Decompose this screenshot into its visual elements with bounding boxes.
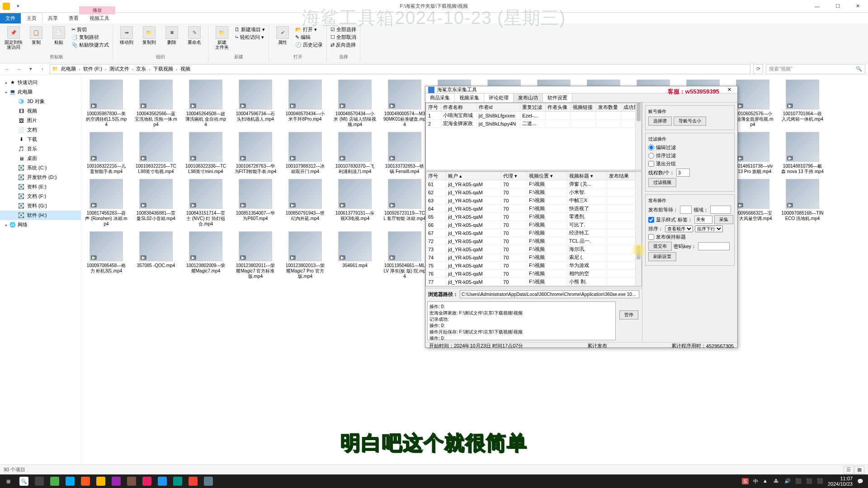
- taskbar-app[interactable]: [108, 474, 124, 488]
- tag-input[interactable]: [694, 216, 712, 224]
- tab-file[interactable]: 文件: [0, 13, 21, 23]
- file-thumbnail[interactable]: 100097086458---格力 柜机3匹.mp4: [85, 231, 127, 279]
- close-button[interactable]: ✕: [848, 0, 868, 13]
- filter-radio-edit[interactable]: [648, 145, 654, 150]
- notification-button[interactable]: 💬: [857, 479, 863, 484]
- breadcrumb-segment[interactable]: 软件 (F:): [81, 66, 104, 72]
- file-thumbnail[interactable]: 100043562566---蓝宝洗地机 洗拖一体.mp4: [135, 80, 177, 127]
- sidebar-item[interactable]: 🎵音乐: [0, 144, 81, 154]
- ribbon-item[interactable]: ☑ 全部选择: [330, 26, 356, 33]
- taskbar-taskview[interactable]: [32, 474, 47, 488]
- taskbar-search[interactable]: 🔍: [16, 474, 32, 488]
- tag-collect-button[interactable]: 采集: [714, 215, 733, 224]
- keep-title-check[interactable]: [648, 234, 654, 240]
- scrollbar[interactable]: [635, 103, 642, 170]
- file-thumbnail[interactable]: 100107701864---嵌入式烤箱一体机.mp4: [781, 80, 824, 127]
- account-grid[interactable]: 序号作者名称作者id重复过滤作者头像视频链接发布数量成功量1小喵淘宝商城jd_S…: [425, 103, 642, 170]
- tray-icon[interactable]: 中: [753, 478, 758, 485]
- refresh-button[interactable]: ⟳: [753, 64, 763, 74]
- file-thumbnail[interactable]: 100123802011---荣耀Magic7 官方标准版.mp4: [234, 231, 277, 279]
- sidebar-item[interactable]: ⬇下载: [0, 135, 81, 144]
- ribbon-item[interactable]: ⤷ 轻松访问 ▾: [235, 34, 265, 41]
- thread-count-input[interactable]: [676, 169, 690, 177]
- breadcrumb-segment[interactable]: 视频: [179, 66, 192, 72]
- breadcrumb-segment[interactable]: 测试文件: [108, 66, 131, 72]
- file-thumbnail[interactable]: 100048570434---小米 (MI) 店铺人情味视频.mp4: [334, 80, 376, 127]
- taskbar-app[interactable]: [155, 474, 170, 488]
- tray-icon[interactable]: ⬛: [806, 478, 812, 484]
- refresh-settings-button[interactable]: 刷新设置: [648, 252, 676, 261]
- taskbar-app[interactable]: [185, 474, 201, 488]
- dialog-title-bar[interactable]: 海鲨京东采集工具 客服：w553959395 — ✕: [425, 86, 737, 94]
- taskbar-app[interactable]: [170, 474, 185, 488]
- ribbon-button[interactable]: ✔属性: [273, 26, 292, 45]
- file-thumbnail[interactable]: 100049000574---M390MK01标准键盘.mp4: [383, 80, 426, 127]
- export-account-button[interactable]: 导账号去小: [674, 117, 706, 126]
- ribbon-item[interactable]: ⇄ 反向选择: [330, 42, 356, 48]
- file-thumbnail[interactable]: 100107830370---飞利浦剃须刀.mp4: [334, 132, 376, 174]
- sidebar-item[interactable]: 💽资料 (E:): [0, 182, 81, 192]
- tray-icon[interactable]: ▲: [763, 478, 769, 484]
- tray-icon[interactable]: ⬛: [817, 478, 823, 484]
- video-grid[interactable]: 序号账户 ▴代理 ▾视频位置 ▾视频标题 ▾发布结果61jd_YR-k05-qa…: [425, 171, 642, 286]
- clock[interactable]: 11:07 2024/10/23: [828, 476, 853, 487]
- filter-video-button[interactable]: 过滤视频: [648, 178, 676, 187]
- ribbon-item[interactable]: 📂 打开 ▾: [295, 26, 323, 33]
- file-thumbnail[interactable]: 100123802013---荣耀Magic7 Pro 官方版.mp4: [284, 231, 326, 279]
- nav-forward[interactable]: →: [14, 65, 24, 74]
- file-thumbnail[interactable]: 100148810796---戴森 nova 13 手持.mp4: [781, 132, 824, 174]
- ribbon-item[interactable]: 🗋 新建项目 ▾: [235, 26, 265, 33]
- search-input[interactable]: 搜索"视频" 🔍: [766, 64, 865, 74]
- nav-up[interactable]: ↑: [38, 65, 47, 74]
- ribbon-button[interactable]: ✖删除: [162, 26, 182, 45]
- file-thumbnail[interactable]: 100133732853---铁锅 Fensi8.mp4: [383, 132, 426, 174]
- file-thumbnail[interactable]: 100106728763---华为FIT3智能手表.mp4: [234, 132, 277, 174]
- ribbon-button[interactable]: ➡移动到: [117, 26, 137, 45]
- ime-indicator[interactable]: S: [742, 478, 749, 484]
- file-thumbnail[interactable]: 357085 -QOC.mp4: [135, 231, 177, 279]
- pwd-input[interactable]: [698, 242, 730, 250]
- tab-home[interactable]: 主页: [21, 13, 42, 23]
- view-details-button[interactable]: ☰: [844, 466, 854, 474]
- tab-share[interactable]: 共享: [42, 13, 63, 23]
- dialog-tab[interactable]: 评论处理: [484, 94, 514, 102]
- submit-button[interactable]: 提交布: [648, 242, 672, 251]
- sidebar-item[interactable]: 🎞视频: [0, 106, 81, 116]
- scrollbar[interactable]: [635, 172, 642, 286]
- sidebar-section[interactable]: ▸💻此电脑: [0, 87, 81, 97]
- dialog-close[interactable]: ✕: [724, 87, 735, 93]
- file-thumbnail[interactable]: 100850791943---世纪内外延.mp4: [284, 179, 326, 227]
- file-thumbnail[interactable]: 100107988312---冰箱双开门.mp4: [284, 132, 326, 174]
- taskbar-app[interactable]: [139, 474, 155, 488]
- file-thumbnail[interactable]: 100119504661---MLLV 厚生(板 版) 院.mp4: [383, 231, 426, 279]
- maximize-button[interactable]: ☐: [827, 0, 848, 13]
- ribbon-button[interactable]: ✎重命名: [184, 26, 204, 45]
- sidebar-item[interactable]: 🖼图片: [0, 116, 81, 125]
- taskbar-app[interactable]: [93, 474, 108, 488]
- tray-volume-icon[interactable]: 🔊: [784, 478, 791, 484]
- area-input[interactable]: [710, 206, 731, 214]
- ribbon-button[interactable]: 📁复制到: [139, 26, 159, 45]
- breadcrumb-segment[interactable]: 下载视频: [151, 66, 175, 72]
- show-style-check[interactable]: [648, 217, 654, 223]
- file-thumbnail[interactable]: 100035987830---美的空调挂机1.5匹.mp4: [85, 80, 127, 127]
- taskbar-app[interactable]: [78, 474, 93, 488]
- tab-view[interactable]: 查看: [63, 13, 84, 23]
- exit-group-check[interactable]: [648, 161, 654, 167]
- ribbon-button[interactable]: 📋复制: [26, 26, 46, 45]
- tray-icon[interactable]: ⬛: [795, 478, 802, 484]
- dialog-tab[interactable]: 视频采集: [455, 94, 484, 102]
- sidebar-item[interactable]: 💽文档 (F:): [0, 192, 81, 201]
- ribbon-button[interactable]: 📄粘贴: [49, 26, 69, 45]
- sidebar-item[interactable]: 🖥桌面: [0, 154, 81, 163]
- file-thumbnail[interactable]: 100097085168---TINECO 洗地机.mp4: [781, 179, 824, 227]
- file-thumbnail[interactable]: 100838436881---雷曼SL02小音箱.mp4: [135, 179, 177, 227]
- file-thumbnail[interactable]: 354661.mp4: [334, 231, 376, 279]
- tray-network-icon[interactable]: 🖧: [774, 478, 780, 484]
- sidebar-section[interactable]: ▸★快速访问: [0, 78, 81, 87]
- file-thumbnail[interactable]: 100817456283---容声 (Ronshen) 冰箱.mp4: [85, 179, 127, 227]
- ribbon-item[interactable]: 🕘 历史记录: [295, 42, 323, 48]
- pause-button[interactable]: 暂停: [619, 310, 638, 319]
- file-thumbnail[interactable]: 100613779151---乐视X3电视.mp4: [334, 179, 376, 227]
- file-thumbnail[interactable]: 100095666321---宝洁 大风量空调.mp4: [731, 179, 774, 227]
